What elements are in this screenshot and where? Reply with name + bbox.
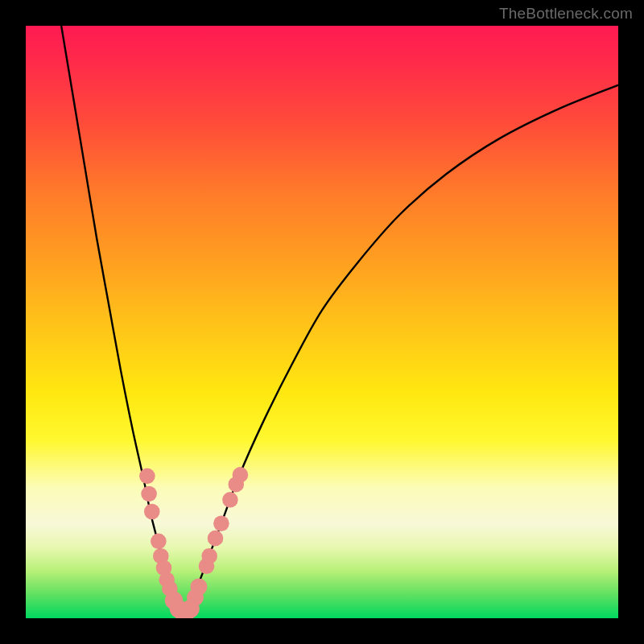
- data-marker: [151, 534, 167, 550]
- data-marker: [233, 467, 249, 483]
- data-marker: [141, 486, 157, 502]
- data-marker: [139, 469, 155, 485]
- chart-svg: [26, 26, 618, 618]
- data-marker: [201, 548, 217, 564]
- left-curve-path: [61, 26, 180, 613]
- data-marker: [208, 530, 224, 547]
- watermark-text: TheBottleneck.com: [499, 5, 633, 23]
- chart-plot-area: [26, 26, 618, 618]
- marker-group: [139, 467, 248, 618]
- data-marker: [190, 579, 207, 596]
- data-marker: [144, 504, 160, 520]
- data-marker: [213, 515, 229, 531]
- right-curve-path: [186, 85, 618, 613]
- data-marker: [222, 492, 238, 508]
